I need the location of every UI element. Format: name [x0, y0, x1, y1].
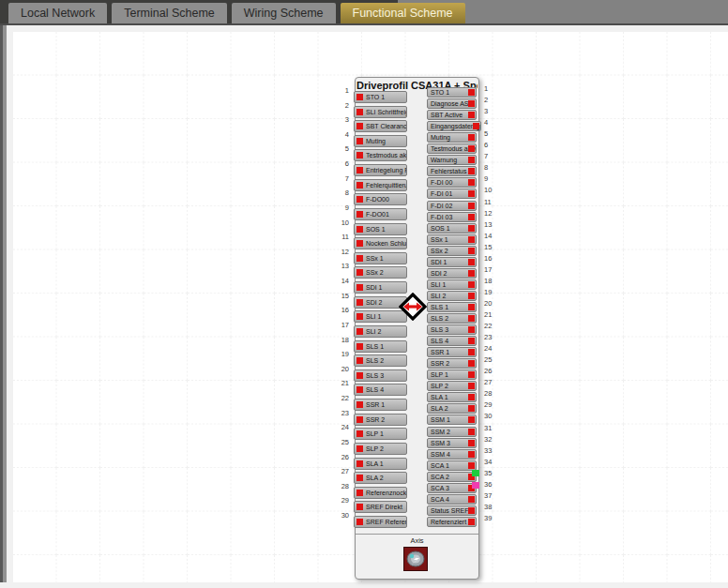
input-pin-number: 9 [326, 204, 349, 213]
output-pin[interactable]: F-DI 01 [427, 188, 477, 199]
output-pin[interactable]: SLS 3 [427, 324, 477, 335]
input-pin-number: 17 [326, 321, 349, 330]
input-pin[interactable]: SSx 2 [354, 266, 407, 279]
output-pin[interactable]: SLP 2 [427, 381, 477, 391]
output-pin-state-square [468, 134, 475, 141]
input-pin[interactable]: SSR 1 [354, 399, 407, 411]
output-pin[interactable]: SSx 2 [427, 246, 477, 256]
output-pin[interactable]: Warnung [427, 155, 477, 165]
output-pin[interactable]: SLP 1 [427, 369, 477, 380]
output-pin-label: SLP 2 [431, 383, 448, 389]
tab-terminal-scheme[interactable]: Terminal Scheme [112, 3, 227, 23]
axis-pin-pink[interactable] [472, 482, 479, 489]
output-pin[interactable]: SOS 1 [427, 223, 477, 234]
output-pin[interactable]: SLI 1 [427, 279, 477, 290]
input-pin[interactable]: SLI Schrittfreigabe [354, 106, 407, 118]
input-pin-label: Fehlerquittierung [366, 182, 407, 188]
input-pin[interactable]: SSx 1 [354, 252, 407, 264]
tab-local-network[interactable]: Local Network [8, 3, 107, 23]
output-pin[interactable]: SSR 2 [427, 358, 477, 369]
output-pin[interactable]: Eingangsdaten gü [427, 121, 481, 131]
input-pin-label: SDI 2 [366, 299, 383, 306]
output-pin[interactable]: SCA 3 [427, 483, 477, 493]
output-pin[interactable]: SLI 2 [427, 291, 477, 301]
input-pin[interactable]: SSR 2 [354, 414, 407, 426]
input-pin-state-square [356, 152, 363, 158]
output-pin-state-square [468, 190, 475, 197]
output-pin[interactable]: F-DI 00 [427, 177, 477, 188]
input-pin-label: SLA 1 [366, 460, 384, 467]
input-pin[interactable]: SLS 1 [354, 340, 407, 353]
output-pin[interactable]: Fehlerstatus [427, 166, 477, 176]
output-pin-label: F-DI 01 [431, 190, 452, 197]
output-pin[interactable]: SCA 4 [427, 494, 477, 505]
output-pin[interactable]: Referenziert [427, 517, 477, 527]
input-pin[interactable]: SLP 1 [354, 428, 407, 440]
output-pin[interactable]: SLS 2 [427, 313, 477, 324]
input-pin-number: 10 [326, 219, 349, 228]
axis-pin-green[interactable] [472, 470, 479, 476]
connection-diamond-icon[interactable] [399, 293, 427, 321]
input-pin-state-square [356, 240, 363, 247]
output-pin[interactable]: SSM 4 [427, 449, 477, 460]
input-pin-state-square [356, 490, 363, 496]
output-pin[interactable]: SLS 1 [427, 302, 477, 312]
input-pin-state-square [356, 416, 363, 423]
input-pin[interactable]: STO 1 [354, 91, 407, 103]
tab-wiring-scheme[interactable]: Wiring Scheme [232, 3, 336, 23]
input-pin[interactable]: Nocken Schlupfabgleich [354, 237, 407, 249]
output-pin-number: 35 [484, 469, 507, 478]
input-pin[interactable]: SLS 2 [354, 354, 407, 367]
input-pin[interactable]: SBT Clearance [354, 120, 407, 132]
output-pin[interactable]: SSM 2 [427, 427, 477, 437]
input-pin[interactable]: SLS 3 [354, 369, 407, 382]
output-pin[interactable]: Testmodus aktiv [427, 143, 477, 154]
output-pin[interactable]: SLS 4 [427, 336, 477, 346]
input-pin-label: SBT Clearance [366, 123, 407, 129]
output-pin[interactable]: SBT Active [427, 110, 477, 120]
input-pin[interactable]: F-DO00 [354, 193, 407, 205]
output-pin[interactable]: STO 1 [427, 87, 477, 98]
input-pin[interactable]: SLA 2 [354, 472, 407, 484]
output-pin[interactable]: Muting [427, 132, 477, 143]
input-pin[interactable]: SLI 2 [354, 325, 407, 338]
output-pin-label: SSx 2 [431, 248, 448, 254]
output-pin[interactable]: SCA 1 [427, 460, 477, 471]
tab-functional-scheme[interactable]: Functional Scheme [341, 3, 465, 23]
output-pin[interactable]: F-DI 03 [427, 212, 477, 222]
output-pin[interactable]: Status SREF [427, 505, 477, 516]
output-pin-state-square [468, 429, 475, 435]
input-pin[interactable]: SREF Referenzfahrt [354, 516, 407, 528]
output-pin[interactable]: SLA 2 [427, 403, 477, 414]
input-pin-label: SREF Referenzfahrt [366, 519, 407, 525]
input-pin[interactable]: SOS 1 [354, 223, 407, 235]
output-pin[interactable]: SSx 1 [427, 234, 477, 245]
input-pin[interactable]: SLS 4 [354, 384, 407, 396]
output-pin-label: SLS 2 [431, 315, 448, 322]
output-pin-label: Diagnose ASF [431, 100, 473, 107]
input-pin[interactable]: Entriegelung F-DI [354, 164, 407, 176]
output-pin-state-square [468, 248, 475, 254]
output-pin[interactable]: SSM 1 [427, 415, 477, 425]
input-pin[interactable]: Referenznocken [354, 487, 407, 499]
input-pin[interactable]: SREF Direkt [354, 501, 407, 513]
input-pin[interactable]: Fehlerquittierung [354, 179, 407, 191]
input-pin-state-square [356, 167, 363, 173]
input-pin[interactable]: SLP 2 [354, 443, 407, 455]
input-pin[interactable]: F-DO01 [354, 208, 407, 220]
axis-motor-icon[interactable] [403, 547, 428, 571]
output-pin[interactable]: SSM 3 [427, 438, 477, 448]
output-pin[interactable]: SCA 2 [427, 472, 477, 482]
output-pin[interactable]: F-DI 02 [427, 201, 477, 211]
output-pin[interactable]: SLA 1 [427, 392, 477, 402]
input-pin[interactable]: Muting [354, 135, 407, 147]
output-pin-state-square [468, 507, 475, 514]
output-pin[interactable]: SDI 1 [427, 257, 477, 267]
input-pin-number: 6 [326, 159, 349, 169]
input-pin[interactable]: SLA 1 [354, 458, 407, 470]
input-pin[interactable]: Testmodus aktiv [354, 149, 407, 161]
output-pin-number: 11 [484, 198, 507, 207]
output-pin[interactable]: Diagnose ASF [427, 98, 477, 109]
output-pin[interactable]: SDI 2 [427, 268, 477, 279]
output-pin[interactable]: SSR 1 [427, 347, 477, 357]
